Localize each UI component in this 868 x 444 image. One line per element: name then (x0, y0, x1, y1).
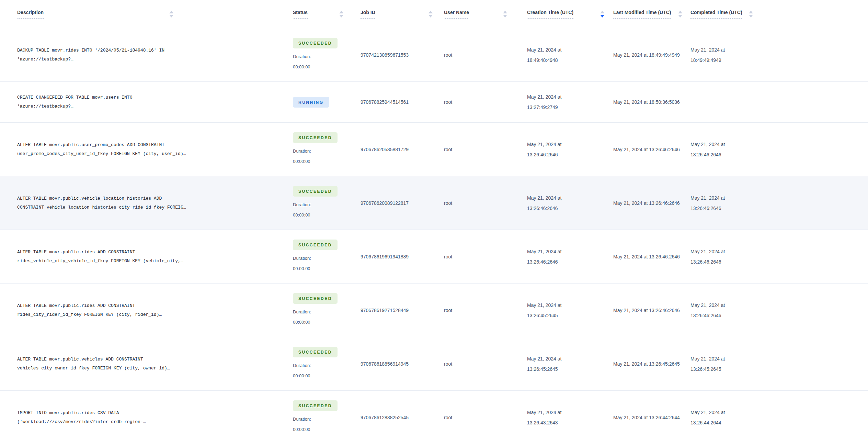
job-description[interactable]: ALTER TABLE movr.public.rides ADD CONSTR… (17, 248, 290, 266)
sort-arrows-icon-active-desc[interactable] (600, 11, 604, 18)
last-modified-time: May 21, 2024 at 18:49:49:4949 (613, 50, 688, 60)
user-name: root (444, 144, 524, 155)
duration: Duration:00:00:00 (293, 52, 358, 72)
table-row[interactable]: IMPORT INTO movr.public.rides CSV DATA (… (0, 391, 868, 444)
table-row[interactable]: ALTER TABLE movr.public.vehicles ADD CON… (0, 337, 868, 391)
sort-arrows-icon[interactable] (429, 11, 433, 18)
completed-time: May 21, 2024 at18:49:49:4949 (690, 45, 756, 65)
table-header-row: Description Status Job ID User Name Crea… (0, 0, 868, 28)
job-description[interactable]: ALTER TABLE movr.public.user_promo_codes… (17, 141, 290, 158)
column-header-description[interactable]: Description (0, 0, 290, 28)
table-row[interactable]: ALTER TABLE movr.public.user_promo_codes… (0, 123, 868, 176)
sort-arrows-icon[interactable] (749, 11, 753, 18)
status-cell: SUCCEEDED Duration:00:00:00 (290, 284, 358, 337)
duration: Duration:00:00:00 (293, 253, 358, 274)
status-cell: SUCCEEDED Duration:00:00:00 (290, 391, 358, 444)
sort-arrows-icon[interactable] (169, 11, 173, 18)
status-badge: SUCCEEDED (293, 347, 338, 357)
job-description[interactable]: ALTER TABLE movr.public.rides ADD CONSTR… (17, 301, 290, 319)
last-modified-time: May 21, 2024 at 18:50:36:5036 (613, 97, 688, 107)
column-label: Job ID (361, 10, 375, 19)
table-row[interactable]: ALTER TABLE movr.public.rides ADD CONSTR… (0, 230, 868, 284)
status-badge: SUCCEEDED (293, 38, 338, 48)
job-id: 970678620535881729 (361, 144, 441, 155)
completed-time: May 21, 2024 at13:26:45:2645 (690, 354, 756, 374)
column-header-creation-time[interactable]: Creation Time (UTC) (524, 0, 610, 28)
status-badge: SUCCEEDED (293, 293, 338, 304)
sort-down-icon (600, 15, 604, 18)
sort-down-icon (429, 15, 433, 18)
last-modified-time: May 21, 2024 at 13:26:46:2646 (613, 198, 688, 208)
job-description[interactable]: ALTER TABLE movr.public.vehicles ADD CON… (17, 355, 290, 373)
sort-arrows-icon[interactable] (678, 11, 682, 18)
last-modified-time: May 21, 2024 at 13:26:46:2646 (613, 305, 688, 315)
duration: Duration:00:00:00 (293, 200, 358, 220)
creation-time: May 21, 2024 at13:26:43:2643 (527, 407, 592, 428)
column-header-status[interactable]: Status (290, 0, 358, 28)
status-cell: SUCCEEDED Duration:00:00:00 (290, 176, 358, 230)
creation-time: May 21, 2024 at13:26:45:2645 (527, 354, 592, 374)
status-badge: SUCCEEDED (293, 240, 338, 250)
sort-up-icon (600, 11, 604, 13)
sort-down-icon (169, 15, 173, 18)
sort-down-icon (678, 15, 682, 18)
column-header-user-name[interactable]: User Name (441, 0, 524, 28)
duration: Duration:00:00:00 (293, 146, 358, 167)
sort-down-icon (749, 15, 753, 18)
last-modified-time: May 21, 2024 at 13:26:44:2644 (613, 412, 688, 423)
table-row[interactable]: ALTER TABLE movr.public.vehicle_location… (0, 176, 868, 230)
sort-up-icon (503, 11, 507, 13)
user-name: root (444, 252, 524, 262)
last-modified-time: May 21, 2024 at 13:26:45:2645 (613, 359, 688, 369)
sort-down-icon (339, 15, 343, 18)
creation-time: May 21, 2024 at13:26:46:2646 (527, 246, 592, 267)
job-id: 970678612838252545 (361, 412, 441, 423)
column-header-completed-time[interactable]: Completed Time (UTC) (688, 0, 868, 28)
status-badge: SUCCEEDED (293, 186, 338, 197)
user-name: root (444, 412, 524, 423)
user-name: root (444, 359, 524, 369)
job-id: 970678620089122817 (361, 198, 441, 208)
user-name: root (444, 305, 524, 315)
completed-time: May 21, 2024 at13:26:46:2646 (690, 193, 756, 213)
column-label: Completed Time (UTC) (690, 10, 742, 19)
table-row[interactable]: ALTER TABLE movr.public.rides ADD CONSTR… (0, 284, 868, 337)
job-description[interactable]: BACKUP TABLE movr.rides INTO '/2024/05/2… (17, 46, 290, 64)
status-cell: SUCCEEDED Duration:00:00:00 (290, 337, 358, 390)
creation-time: May 21, 2024 at13:26:46:2646 (527, 139, 592, 160)
job-id: 970742130859671553 (361, 50, 441, 60)
status-badge: SUCCEEDED (293, 400, 338, 411)
sort-up-icon (429, 11, 433, 13)
job-description[interactable]: IMPORT INTO movr.public.rides CSV DATA (… (17, 409, 290, 426)
sort-arrows-icon[interactable] (339, 11, 343, 18)
table-row[interactable]: CREATE CHANGEFEED FOR TABLE movr.users I… (0, 82, 868, 123)
table-row[interactable]: BACKUP TABLE movr.rides INTO '/2024/05/2… (0, 28, 868, 82)
creation-time: May 21, 2024 at13:27:49:2749 (527, 92, 592, 112)
duration: Duration:00:00:00 (293, 307, 358, 328)
completed-time: May 21, 2024 at13:26:44:2644 (690, 407, 756, 428)
job-description[interactable]: ALTER TABLE movr.public.vehicle_location… (17, 194, 290, 212)
last-modified-time: May 21, 2024 at 13:26:46:2646 (613, 144, 688, 155)
status-badge: RUNNING (293, 97, 329, 108)
sort-up-icon (339, 11, 343, 13)
column-label: Status (293, 10, 308, 19)
status-cell: SUCCEEDED Duration:00:00:00 (290, 230, 358, 283)
job-id: 970678619691941889 (361, 252, 441, 262)
job-description[interactable]: CREATE CHANGEFEED FOR TABLE movr.users I… (17, 93, 290, 111)
column-label: Last Modified Time (UTC) (613, 10, 671, 19)
user-name: root (444, 97, 524, 107)
column-header-last-modified-time[interactable]: Last Modified Time (UTC) (610, 0, 688, 28)
sort-up-icon (678, 11, 682, 13)
jobs-table: Description Status Job ID User Name Crea… (0, 0, 868, 444)
column-header-job-id[interactable]: Job ID (358, 0, 441, 28)
status-badge: SUCCEEDED (293, 132, 338, 143)
sort-up-icon (749, 11, 753, 13)
sort-arrows-icon[interactable] (503, 11, 507, 18)
duration: Duration:00:00:00 (293, 414, 358, 435)
sort-up-icon (169, 11, 173, 13)
column-label: Creation Time (UTC) (527, 10, 573, 19)
creation-time: May 21, 2024 at13:26:46:2646 (527, 193, 592, 213)
job-id: 970678825944514561 (361, 97, 441, 107)
user-name: root (444, 50, 524, 60)
completed-time: May 21, 2024 at13:26:46:2646 (690, 300, 756, 321)
